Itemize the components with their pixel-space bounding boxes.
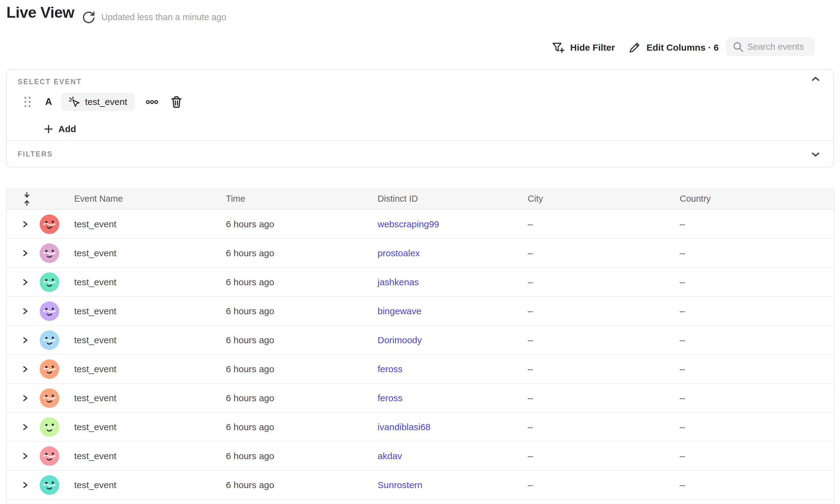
distinct-id-link[interactable]: bingewave <box>378 306 421 316</box>
distinct-id-link[interactable]: webscraping99 <box>378 219 439 229</box>
search-input[interactable] <box>747 37 812 56</box>
event-select-chip[interactable]: test_event <box>61 93 135 111</box>
event-name-cell: test_event <box>74 335 226 345</box>
add-event-button[interactable]: Add <box>44 121 76 138</box>
avatar <box>40 244 59 263</box>
row-expand-button[interactable] <box>21 307 29 316</box>
row-expand-button[interactable] <box>21 422 29 432</box>
col-header-country[interactable]: Country <box>680 194 834 204</box>
distinct-id-link[interactable]: jashkenas <box>378 277 419 287</box>
distinct-id-link[interactable]: akdav <box>378 451 402 461</box>
distinct-id-link[interactable]: Dorimoody <box>378 335 422 345</box>
updated-status: Updated less than a minute ago <box>101 12 227 22</box>
partial-row <box>7 500 834 504</box>
table-row: test_event 6 hours ago akdav – – <box>7 442 834 471</box>
country-cell: – <box>680 219 834 230</box>
distinct-id-link[interactable]: Sunrostern <box>378 480 422 490</box>
chevron-down-icon <box>811 151 821 158</box>
avatar <box>40 215 59 234</box>
clause-letter: A <box>45 96 52 107</box>
row-expand-button[interactable] <box>21 364 29 374</box>
refresh-button[interactable] <box>81 10 96 24</box>
hide-filter-button[interactable]: Hide Filter <box>551 40 615 55</box>
select-event-label: SELECT EVENT <box>18 78 82 86</box>
chevron-right-icon <box>21 307 29 316</box>
col-header-event-name[interactable]: Event Name <box>74 194 226 204</box>
collapse-section-button[interactable] <box>811 76 821 82</box>
drag-handle-icon[interactable] <box>24 97 31 107</box>
distinct-id-link[interactable]: feross <box>378 364 403 374</box>
time-cell: 6 hours ago <box>226 219 378 230</box>
city-cell: – <box>528 364 680 374</box>
col-header-city[interactable]: City <box>528 194 680 204</box>
edit-columns-label: Edit Columns · 6 <box>647 42 719 53</box>
chevron-right-icon <box>21 277 29 287</box>
event-clause-row: A test_event <box>24 93 182 111</box>
col-header-distinct-id[interactable]: Distinct ID <box>378 194 528 204</box>
row-expand-button[interactable] <box>21 277 29 287</box>
avatar <box>40 389 59 408</box>
pencil-icon <box>628 41 641 54</box>
chevron-right-icon <box>21 364 29 374</box>
row-expand-button[interactable] <box>21 336 29 345</box>
cursor-click-icon <box>69 96 80 108</box>
chevron-right-icon <box>21 422 29 432</box>
chevron-right-icon <box>21 394 29 403</box>
time-cell: 6 hours ago <box>226 364 378 374</box>
table-row: test_event 6 hours ago jashkenas – – <box>7 268 834 297</box>
collapse-rows-icon[interactable] <box>7 192 31 206</box>
table-row: test_event 6 hours ago feross – – <box>7 355 834 384</box>
chevron-right-icon <box>21 336 29 345</box>
delete-event-button[interactable] <box>170 95 182 108</box>
avatar <box>40 417 59 437</box>
distinct-id-link[interactable]: ivandiblasi68 <box>378 422 431 432</box>
city-cell: – <box>528 219 680 230</box>
time-cell: 6 hours ago <box>226 335 378 345</box>
event-name-cell: test_event <box>74 306 226 317</box>
chevron-right-icon <box>21 220 29 229</box>
country-cell: – <box>680 393 834 403</box>
distinct-id-link[interactable]: feross <box>378 393 403 403</box>
event-name-cell: test_event <box>74 451 226 461</box>
trash-icon <box>170 95 182 108</box>
row-expand-button[interactable] <box>21 249 29 258</box>
search-box <box>726 37 815 56</box>
table-body: test_event 6 hours ago webscraping99 – – <box>7 210 834 500</box>
time-cell: 6 hours ago <box>226 277 378 287</box>
avatar <box>40 446 59 466</box>
edit-columns-button[interactable]: Edit Columns · 6 <box>628 40 719 55</box>
city-cell: – <box>528 480 680 490</box>
filter-plus-icon <box>551 41 565 54</box>
filters-section: FILTERS <box>7 141 833 167</box>
country-cell: – <box>680 451 834 461</box>
page-title: Live View <box>6 4 74 21</box>
time-cell: 6 hours ago <box>226 422 378 432</box>
col-header-time[interactable]: Time <box>226 194 378 204</box>
event-chip-label: test_event <box>85 97 127 107</box>
row-expand-button[interactable] <box>21 481 29 490</box>
three-dots-icon <box>146 100 158 104</box>
chevron-right-icon <box>21 451 29 461</box>
city-cell: – <box>528 335 680 345</box>
avatar <box>40 330 59 350</box>
row-expand-button[interactable] <box>21 394 29 403</box>
country-cell: – <box>680 248 834 258</box>
more-options-button[interactable] <box>146 100 158 104</box>
distinct-id-link[interactable]: prostoalex <box>378 248 420 258</box>
add-label: Add <box>58 124 76 134</box>
table-row: test_event 6 hours ago ivandiblasi68 – – <box>7 413 834 442</box>
table-row: test_event 6 hours ago feross – – <box>7 384 834 413</box>
city-cell: – <box>528 248 680 258</box>
query-builder-card: SELECT EVENT A test_event <box>6 69 834 167</box>
row-expand-button[interactable] <box>21 220 29 229</box>
time-cell: 6 hours ago <box>226 393 378 403</box>
time-cell: 6 hours ago <box>226 480 378 490</box>
city-cell: – <box>528 422 680 432</box>
refresh-icon <box>81 10 96 24</box>
event-name-cell: test_event <box>74 277 226 287</box>
city-cell: – <box>528 393 680 403</box>
event-name-cell: test_event <box>74 248 226 258</box>
row-expand-button[interactable] <box>21 451 29 461</box>
chevron-right-icon <box>21 481 29 490</box>
expand-filters-button[interactable] <box>811 151 821 158</box>
